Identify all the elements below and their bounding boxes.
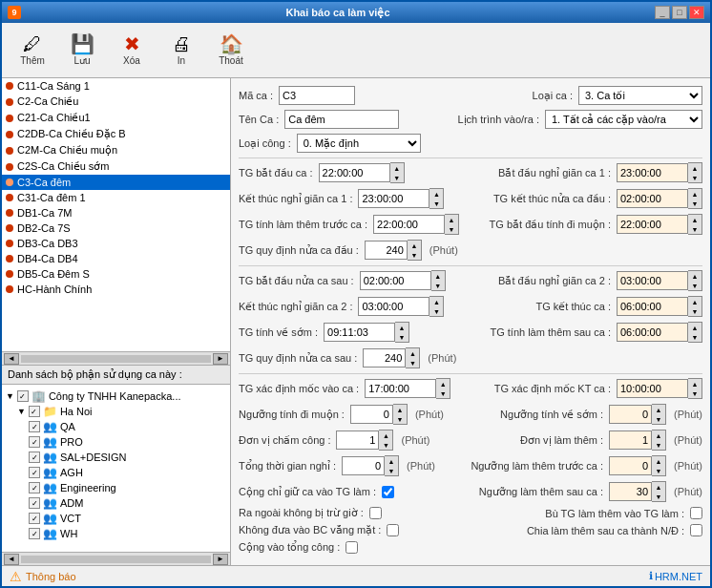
tree-checkbox[interactable]: ✓ bbox=[17, 390, 29, 402]
spin-down[interactable]: ▼ bbox=[688, 306, 702, 316]
spin-up[interactable]: ▲ bbox=[379, 430, 392, 440]
spin-down[interactable]: ▼ bbox=[688, 281, 702, 290]
tree-item-vct[interactable]: ✓ 👥 VCT bbox=[29, 511, 226, 526]
spin-down[interactable]: ▼ bbox=[431, 281, 445, 290]
luu-button[interactable]: 💾 Lưu bbox=[59, 28, 105, 74]
cong-vao-tong-cong-checkbox[interactable] bbox=[346, 541, 358, 554]
tree-expand-icon[interactable]: ▼ bbox=[17, 407, 26, 416]
spin-down[interactable]: ▼ bbox=[688, 224, 702, 234]
tong-tg-nghi-input[interactable] bbox=[342, 456, 385, 475]
don-vi-lam-them-input[interactable] bbox=[609, 430, 652, 450]
spin-up[interactable]: ▲ bbox=[688, 379, 702, 388]
spin-down[interactable]: ▼ bbox=[406, 358, 419, 368]
list-item[interactable]: C2S-Ca Chiều sớm bbox=[2, 158, 230, 175]
scroll-left-btn[interactable]: ◄ bbox=[4, 554, 19, 565]
tg-xac-dinh-moc-kt-input[interactable] bbox=[617, 379, 688, 398]
scroll-right-btn[interactable]: ► bbox=[213, 554, 228, 565]
spin-down[interactable]: ▼ bbox=[652, 466, 665, 475]
tg-tinh-ve-som-input[interactable] bbox=[324, 323, 395, 342]
tree-expand-icon[interactable]: ▼ bbox=[6, 391, 14, 401]
scroll-track[interactable] bbox=[21, 556, 211, 563]
list-item[interactable]: C2-Ca Chiều bbox=[2, 94, 230, 110]
tree-checkbox[interactable]: ✓ bbox=[29, 513, 40, 524]
spin-down[interactable]: ▼ bbox=[652, 440, 665, 450]
lich-trinh-select[interactable]: 1. Tất cả các cặp vào/ra bbox=[545, 110, 702, 129]
spin-up[interactable]: ▲ bbox=[431, 271, 445, 281]
tg-ket-thuc-nua-dau-input[interactable] bbox=[617, 189, 688, 208]
spin-up[interactable]: ▲ bbox=[688, 297, 702, 306]
spin-down[interactable]: ▼ bbox=[652, 492, 665, 501]
ket-thuc-nghi-2-input[interactable] bbox=[358, 297, 429, 316]
tree-checkbox[interactable]: ✓ bbox=[29, 497, 40, 509]
spin-down[interactable]: ▼ bbox=[429, 306, 443, 316]
list-item[interactable]: DB4-Ca DB4 bbox=[2, 251, 230, 266]
spin-up[interactable]: ▲ bbox=[436, 379, 450, 388]
tree-item-qa[interactable]: ✓ 👥 QA bbox=[29, 419, 226, 434]
scroll-right-btn[interactable]: ► bbox=[213, 353, 228, 365]
bu-tg-lam-them-checkbox[interactable] bbox=[690, 507, 702, 519]
spin-down[interactable]: ▼ bbox=[408, 250, 421, 260]
tree-checkbox[interactable]: ✓ bbox=[29, 406, 40, 417]
spin-down[interactable]: ▼ bbox=[688, 199, 702, 208]
spin-down[interactable]: ▼ bbox=[395, 332, 408, 342]
nguong-lam-them-sau-input[interactable] bbox=[609, 482, 652, 501]
spin-down[interactable]: ▼ bbox=[436, 388, 450, 398]
nguong-di-muon-input[interactable] bbox=[350, 405, 393, 424]
spin-down[interactable]: ▼ bbox=[688, 388, 702, 398]
khong-dua-vao-bc-checkbox[interactable] bbox=[387, 524, 399, 536]
in-button[interactable]: 🖨 In bbox=[158, 28, 204, 74]
tg-bat-dau-tinh-di-muon-input[interactable] bbox=[617, 215, 688, 234]
spin-up[interactable]: ▲ bbox=[408, 241, 421, 250]
spin-down[interactable]: ▼ bbox=[688, 173, 702, 182]
spin-down[interactable]: ▼ bbox=[393, 414, 407, 424]
tree-item-company[interactable]: ▼ ✓ 🏢 Công ty TNHH Kanepacka... bbox=[6, 388, 226, 404]
tree-item-adm[interactable]: ✓ 👥 ADM bbox=[29, 495, 226, 511]
tg-xac-dinh-moc-vao-input[interactable] bbox=[365, 379, 436, 398]
list-scrollbar[interactable]: ◄ ► bbox=[2, 351, 230, 365]
scroll-left-btn[interactable]: ◄ bbox=[4, 353, 19, 365]
tg-quy-dinh-nua-sau-input[interactable] bbox=[363, 348, 406, 368]
nguong-ve-som-input[interactable] bbox=[609, 405, 652, 424]
scroll-track[interactable] bbox=[21, 355, 211, 363]
list-item[interactable]: HC-Hành Chính bbox=[2, 282, 230, 297]
ket-thuc-nghi-1-input[interactable] bbox=[358, 189, 429, 208]
spin-up[interactable]: ▲ bbox=[385, 456, 398, 466]
bat-dau-nghi-1-input[interactable] bbox=[617, 163, 688, 182]
spin-down[interactable]: ▼ bbox=[385, 466, 398, 475]
tree-checkbox[interactable]: ✓ bbox=[29, 467, 40, 478]
spin-up[interactable]: ▲ bbox=[688, 323, 702, 332]
spin-up[interactable]: ▲ bbox=[652, 430, 665, 440]
spin-down[interactable]: ▼ bbox=[390, 173, 404, 182]
list-item[interactable]: C31-Ca đêm 1 bbox=[2, 190, 230, 205]
spin-up[interactable]: ▲ bbox=[652, 482, 665, 492]
tree-checkbox[interactable]: ✓ bbox=[29, 421, 40, 432]
bat-dau-nghi-2-input[interactable] bbox=[617, 271, 688, 290]
spin-down[interactable]: ▼ bbox=[429, 199, 443, 208]
close-button[interactable]: ✕ bbox=[689, 6, 704, 19]
tree-item-wh[interactable]: ✓ 👥 WH bbox=[29, 526, 226, 541]
maximize-button[interactable]: □ bbox=[672, 6, 687, 19]
tg-tinh-lam-them-sau-input[interactable] bbox=[617, 323, 688, 342]
tree-item-hanoi[interactable]: ▼ ✓ 📁 Ha Noi bbox=[17, 404, 226, 419]
tg-ket-thuc-ca-input[interactable] bbox=[617, 297, 688, 316]
spin-down[interactable]: ▼ bbox=[652, 414, 665, 424]
xoa-button[interactable]: ✖ Xóa bbox=[109, 28, 155, 74]
spin-up[interactable]: ▲ bbox=[393, 405, 407, 414]
list-item[interactable]: DB1-Ca 7M bbox=[2, 205, 230, 220]
tree-checkbox[interactable]: ✓ bbox=[29, 482, 40, 494]
tree-item-eng[interactable]: ✓ 👥 Engineering bbox=[29, 480, 226, 495]
tree-checkbox[interactable]: ✓ bbox=[29, 436, 40, 448]
spin-down[interactable]: ▼ bbox=[379, 440, 392, 450]
spin-up[interactable]: ▲ bbox=[390, 163, 404, 173]
spin-up[interactable]: ▲ bbox=[688, 215, 702, 224]
list-item[interactable]: DB5-Ca Đêm S bbox=[2, 266, 230, 282]
ten-ca-input[interactable] bbox=[284, 110, 399, 129]
list-item[interactable]: C2DB-Ca Chiều Đặc B bbox=[2, 126, 230, 142]
tg-bat-dau-input[interactable] bbox=[319, 163, 390, 182]
tree-checkbox[interactable]: ✓ bbox=[29, 528, 40, 539]
spin-up[interactable]: ▲ bbox=[688, 189, 702, 199]
don-vi-cham-cong-input[interactable] bbox=[336, 430, 379, 450]
tg-tinh-lam-them-truoc-input[interactable] bbox=[373, 215, 445, 234]
spin-up[interactable]: ▲ bbox=[652, 456, 665, 466]
ra-ngoai-checkbox[interactable] bbox=[369, 507, 382, 519]
